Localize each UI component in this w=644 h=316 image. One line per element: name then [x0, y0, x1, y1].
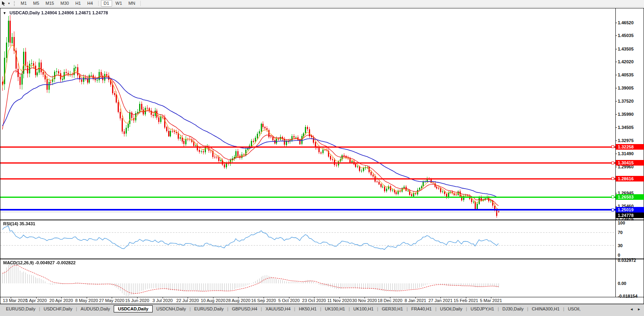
date-tick-label: 28 Aug 2020	[224, 298, 252, 303]
pane-splitter[interactable]	[0, 258, 644, 259]
tab-fra40-h1[interactable]: FRA40,H1	[408, 305, 435, 312]
tab-dj30-daily[interactable]: DJ30,Daily	[499, 305, 527, 312]
price-tick-label: 1.46520	[618, 20, 634, 25]
date-tick-label: 11 Nov 2020	[325, 298, 354, 303]
cursor-tool-dropdown-icon[interactable]: ▼	[8, 2, 12, 5]
date-tick-label: 10 Aug 2020	[199, 298, 227, 303]
date-tick-label: 8 Jan 2021	[401, 298, 430, 303]
status-strip	[0, 313, 644, 316]
date-tick-mark	[466, 297, 466, 298]
toolbar-separator	[140, 1, 141, 6]
rsi-axis-label: 100	[618, 220, 625, 226]
tab-hk50-h1[interactable]: HK50,H1	[295, 305, 320, 312]
date-tick-mark	[11, 297, 11, 298]
level-line-marker	[611, 195, 614, 198]
tab-eurusd-daily[interactable]: EURUSD,Daily	[2, 305, 39, 312]
tab-scroll-left-icon[interactable]: ◄	[630, 307, 633, 311]
date-axis-separator	[0, 297, 644, 297]
cursor-tool-button[interactable]	[0, 0, 7, 7]
date-tick-label: 23 Oct 2020	[300, 298, 328, 303]
current-price-tag: 1.24778	[616, 213, 644, 218]
tab-usdcnh-daily[interactable]: USDCNH,Daily	[153, 305, 190, 312]
price-chart-canvas[interactable]	[0, 8, 615, 219]
timeframe-button-m30[interactable]: M30	[58, 0, 72, 7]
mt4-terminal-window: ▼ M1M5M15M30H1H4D1W1MN ▼ USDCAD,Daily 1.…	[0, 0, 644, 316]
macd-axis-label: -0.018154	[618, 294, 638, 299]
timeframe-button-m15[interactable]: M15	[43, 0, 57, 7]
tab-usdchf-daily[interactable]: USDCHF,Daily	[40, 305, 76, 312]
date-tick-label: 15 Jun 2020	[123, 298, 151, 303]
tab-china300-h1[interactable]: CHINA300,H1	[528, 305, 563, 312]
date-tick-label: 27 Jan 2021	[426, 298, 455, 303]
rsi-axis-label: 30	[618, 243, 623, 248]
timeframe-button-w1[interactable]: W1	[113, 0, 125, 7]
price-tick-label: 1.39005	[618, 86, 634, 91]
tab-usoil-daily[interactable]: USOil,Daily	[436, 305, 466, 312]
pane-splitter[interactable]	[0, 259, 644, 259]
tab-usoil[interactable]: USOil,	[564, 305, 584, 312]
chart-collapse-icon[interactable]: ▼	[3, 11, 6, 15]
date-tick-mark	[163, 297, 163, 298]
tab-uk100-h1[interactable]: UK100,H1	[350, 305, 377, 312]
price-axis-border	[615, 8, 616, 297]
chart-tab-bar: EURUSD,Daily|USDCHF,Daily|AUDUSD,DailyUS…	[0, 304, 644, 313]
tab-usdjpy-h1[interactable]: USDJPY,H1	[467, 305, 498, 312]
tab-uk100-h1[interactable]: UK100,H1	[321, 305, 349, 312]
level-line-marker	[611, 145, 614, 148]
level-price-tag: 1.28616	[616, 176, 644, 181]
date-tick-mark	[491, 297, 491, 298]
date-tick-mark	[289, 297, 289, 298]
cursor-icon	[1, 1, 6, 6]
pane-splitter[interactable]	[0, 220, 644, 220]
level-line-marker	[611, 209, 614, 211]
date-tick-mark	[238, 297, 239, 298]
rsi-indicator-canvas[interactable]	[0, 220, 615, 258]
tab-scroll-controls: ◄ ►	[627, 305, 644, 313]
date-tick-mark	[415, 297, 416, 298]
date-tick-mark	[339, 297, 340, 298]
chart-ohlc-values: 1.24904 1.24906 1.24671 1.24778	[41, 10, 108, 15]
price-tick-label: 1.45035	[618, 33, 634, 38]
tab-eurusd-daily[interactable]: EURUSD,Daily	[191, 305, 227, 312]
macd-axis-label: 0.00	[618, 281, 626, 286]
toolbar-separator	[98, 1, 99, 6]
date-tick-label: 22 Jul 2020	[173, 298, 202, 303]
timeframe-button-h4[interactable]: H4	[84, 0, 95, 7]
date-tick-mark	[314, 297, 314, 298]
timeframe-button-h1[interactable]: H1	[72, 0, 83, 7]
date-tick-label: 3 Jul 2020	[148, 298, 177, 303]
timeframe-button-m1[interactable]: M1	[18, 0, 29, 7]
date-tick-mark	[188, 297, 188, 298]
level-line-marker	[611, 177, 614, 180]
tab-gbpusd-h4[interactable]: GBPUSD,H4	[228, 305, 261, 312]
date-tick-label: 5 Oct 2020	[275, 298, 303, 303]
macd-label: MACD(12,26,9) -0.004927 -0.002822	[3, 260, 76, 265]
date-tick-mark	[36, 297, 37, 298]
date-tick-mark	[390, 297, 390, 298]
macd-indicator-canvas[interactable]	[0, 259, 615, 297]
timeframe-button-mn[interactable]: MN	[126, 0, 138, 7]
timeframe-button-d1[interactable]: D1	[101, 0, 112, 7]
chart-symbol-period: USDCAD,Daily	[10, 10, 40, 15]
pane-splitter[interactable]	[0, 219, 644, 220]
price-tick-label: 1.42020	[618, 59, 634, 64]
price-tick-label: 1.35990	[618, 112, 634, 117]
date-tick-mark	[87, 297, 87, 298]
level-price-tag: 1.26503	[616, 194, 644, 200]
rsi-axis-label: 70	[618, 230, 623, 235]
chart-window: ▼ USDCAD,Daily 1.24904 1.24906 1.24671 1…	[0, 8, 644, 304]
tabs-container: EURUSD,Daily|USDCHF,Daily|AUDUSD,DailyUS…	[2, 305, 584, 312]
date-tick-mark	[440, 297, 441, 298]
date-tick-label: 16 Sep 2020	[249, 298, 278, 303]
tab-usdcad-daily[interactable]: USDCAD,Daily	[114, 305, 153, 312]
date-tick-label: 30 Nov 2020	[350, 298, 379, 303]
timeframe-button-m5[interactable]: M5	[30, 0, 42, 7]
toolbar-grip-handle[interactable]	[14, 1, 15, 6]
tab-scroll-right-icon[interactable]: ►	[637, 307, 641, 311]
price-tick-label: 1.43505	[618, 47, 634, 52]
date-tick-mark	[137, 297, 138, 298]
tab-ger30-h1[interactable]: GER30,H1	[378, 305, 406, 312]
tab-audusd-daily[interactable]: AUDUSD,Daily	[77, 305, 114, 312]
price-tick-label: 1.37520	[618, 99, 634, 104]
tab-xauusd-h4[interactable]: XAUUSD,H4	[262, 305, 294, 312]
